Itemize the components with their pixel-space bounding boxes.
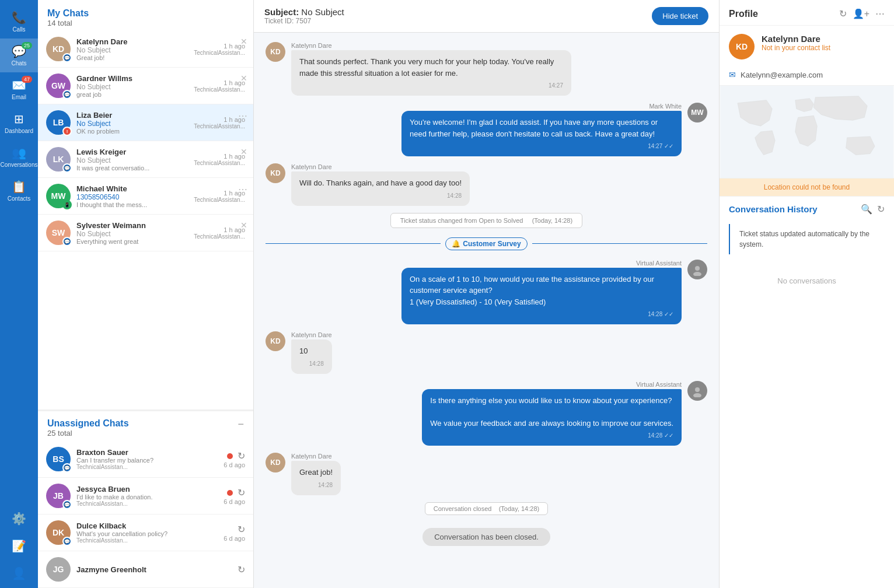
close-icon[interactable]: ✕ (240, 147, 247, 156)
message-time: 14:28 (299, 359, 324, 368)
message-column: Virtual Assistant On a scale of 1 to 10,… (401, 260, 682, 325)
assign-icon[interactable]: ↻ (238, 451, 245, 461)
message-row: MW Mark White You're welcome! I'm glad I… (266, 103, 707, 156)
message-row: Virtual Assistant On a scale of 1 to 10,… (266, 260, 707, 325)
close-icon[interactable]: ✕ (240, 220, 247, 230)
sidebar-nav: 📞 Calls 💬 25 Chats ✉️ 47 Email ⊞ Dashboa… (0, 0, 38, 588)
list-item[interactable]: KD 💬 Katelynn Dare No Subject Great job!… (38, 31, 253, 68)
avatar: KD (266, 453, 285, 473)
chat-time: 1 h ago (194, 79, 245, 86)
chat-info: Michael White 13058506540 I thought that… (76, 184, 190, 208)
chat-time: 6 d ago (224, 461, 245, 468)
more-icon[interactable]: ⋯ (238, 184, 247, 195)
unassigned-total: 25 total (47, 429, 129, 438)
hide-ticket-button[interactable]: Hide ticket (652, 7, 708, 25)
chat-list-panel: My Chats 14 total KD 💬 Katelynn Dare No … (38, 0, 254, 588)
add-contact-icon[interactable]: 👤+ (853, 8, 869, 19)
chat-preview: What's your cancellation policy? (76, 530, 220, 537)
chat-time: 1 h ago (194, 190, 245, 197)
message-column: Mark White You're welcome! I'm glad I co… (401, 103, 682, 156)
profile-status: Not in your contact list (762, 44, 830, 52)
profile-name: Katelynn Dare (762, 34, 830, 44)
chat-time: 1 h ago (194, 43, 245, 50)
survey-line-left (266, 243, 441, 244)
message-sender: Katelynn Dare (291, 163, 470, 170)
message-time: 14:28 ✓✓ (410, 310, 673, 318)
assign-icon[interactable]: ↻ (238, 565, 245, 575)
unassigned-title: Unassigned Chats (47, 418, 129, 429)
chat-indicator: 💬 (62, 500, 72, 509)
chats-label: Chats (11, 60, 26, 66)
list-item[interactable]: LK 💬 Lewis Kreiger No Subject It was gre… (38, 141, 253, 178)
chat-name: Liza Beier (76, 111, 190, 120)
conversation-closed-line: Conversation closed (Today, 14:28) (266, 502, 707, 515)
sidebar-item-contacts[interactable]: 📋 Contacts (0, 174, 38, 208)
chat-name: Katelynn Dare (76, 37, 190, 46)
assign-icon[interactable]: ↻ (238, 524, 245, 534)
chat-dept: TechnicalAssistan... (194, 123, 245, 130)
message-bubble: 10 14:28 (291, 340, 332, 374)
list-item[interactable]: DK 💬 Dulce Kilback What's your cancellat… (38, 514, 253, 551)
list-item[interactable]: MW 📱 Michael White 13058506540 I thought… (38, 178, 253, 215)
refresh-history-icon[interactable]: ↻ (877, 204, 885, 215)
chats-badge: 25 (22, 42, 32, 49)
chat-dept: TechnicalAssistan... (76, 464, 220, 470)
chat-meta: 1 h ago TechnicalAssistan... (194, 226, 245, 240)
chat-name: Dulce Kilback (76, 522, 220, 530)
sidebar-item-notes[interactable]: 📝 (0, 533, 38, 561)
profile-email-row: ✉ Katelynn@example.com (720, 68, 894, 85)
list-item[interactable]: BS 💬 Braxton Sauer Can I transfer my bal… (38, 441, 253, 478)
sidebar-item-email[interactable]: ✉️ 47 Email (0, 72, 38, 106)
chat-dept: TechnicalAssistan... (194, 86, 245, 93)
assign-icon[interactable]: ↻ (238, 488, 245, 498)
message-column: Katelynn Dare That sounds perfect. Thank… (291, 42, 571, 96)
list-item[interactable]: JB 💬 Jessyca Bruen I'd like to make a do… (38, 478, 253, 514)
sidebar-item-chats[interactable]: 💬 25 Chats (0, 38, 38, 72)
ticket-id: Ticket ID: 7507 (264, 17, 344, 25)
chat-meta: ↻ 6 d ago (224, 450, 245, 468)
message-time: 14:27 (299, 81, 563, 90)
chat-meta: 1 h ago TechnicalAssistan... (194, 190, 245, 203)
chat-preview: I'd like to make a donation. (76, 494, 220, 501)
sidebar-item-calls[interactable]: 📞 Calls (0, 5, 38, 38)
chat-time: 6 d ago (224, 535, 245, 542)
message-bubble: On a scale of 1 to 10, how would you rat… (401, 268, 682, 325)
list-item[interactable]: JG Jazmyne Greenholt ↻ (38, 551, 253, 588)
profile-info: KD Katelynn Dare Not in your contact lis… (720, 26, 894, 68)
message-bubble: Great job! 14:28 (291, 461, 341, 495)
message-column: Virtual Assistant Is there anything else… (422, 381, 682, 446)
more-options-icon[interactable]: ⋯ (875, 8, 885, 19)
chat-indicator: ! (62, 127, 72, 136)
chat-dept: TechnicalAssistan... (194, 197, 245, 203)
calls-icon: 📞 (12, 10, 26, 24)
sidebar-item-conversations[interactable]: 👥 Conversations (0, 140, 38, 174)
dashboard-label: Dashboard (5, 128, 33, 134)
avatar (687, 381, 707, 401)
close-icon[interactable]: ✕ (240, 74, 247, 83)
avatar: JG (46, 557, 71, 582)
sidebar-item-settings[interactable]: ⚙️ (0, 506, 38, 533)
chat-name: Gardner Willms (76, 74, 190, 83)
closed-banner: Conversation has been closed. (266, 522, 707, 552)
message-column: Katelynn Dare Will do. Thanks again, and… (291, 163, 470, 206)
search-icon[interactable]: 🔍 (861, 204, 872, 215)
profile-details: Katelynn Dare Not in your contact list (762, 34, 830, 52)
subject-label: Subject: (264, 7, 299, 17)
unassigned-chats-list: BS 💬 Braxton Sauer Can I transfer my bal… (38, 441, 253, 588)
list-item[interactable]: GW 💬 Gardner Willms No Subject great job… (38, 68, 253, 104)
avatar: KD (266, 42, 285, 62)
more-icon[interactable]: ⋯ (238, 110, 247, 121)
ticket-update-note: Ticket status updated automatically by t… (729, 224, 885, 254)
collapse-icon[interactable]: − (238, 418, 244, 430)
sidebar-item-user-profile[interactable]: 👤 (0, 561, 38, 588)
refresh-icon[interactable]: ↻ (839, 8, 847, 19)
list-item[interactable]: LB ! Liza Beier No Subject OK no problem… (38, 104, 253, 141)
chat-dept: TechnicalAssistan... (194, 233, 245, 240)
sidebar-item-dashboard[interactable]: ⊞ Dashboard (0, 106, 38, 140)
message-row: KD Katelynn Dare Great job! 14:28 (266, 453, 707, 495)
user-profile-icon: 👤 (12, 566, 26, 580)
list-item[interactable]: SW 💬 Sylvester Weimann No Subject Everyt… (38, 215, 253, 251)
close-icon[interactable]: ✕ (240, 37, 247, 46)
avatar: LK 💬 (46, 147, 71, 172)
chat-name: Jessyca Bruen (76, 485, 220, 494)
